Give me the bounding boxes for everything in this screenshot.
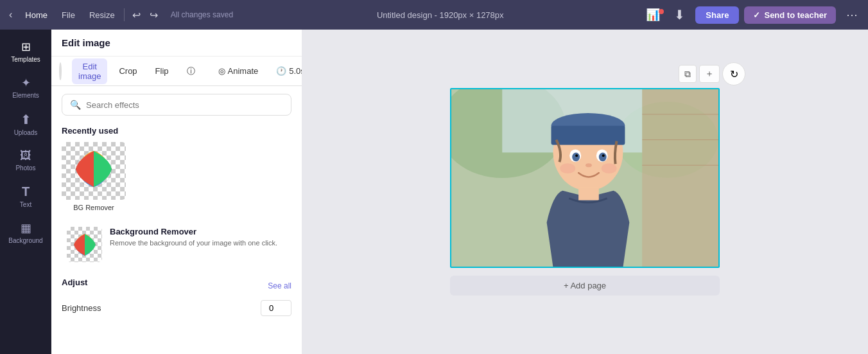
recently-used-section: Recently used BG Remover — [62, 126, 291, 211]
canvas-wrapper: ⧉ ＋ — [450, 88, 720, 296]
crop-button[interactable]: Crop — [112, 63, 143, 79]
brightness-label: Brightness — [62, 303, 101, 313]
panel-title: Edit image — [62, 37, 110, 48]
svg-rect-24 — [578, 188, 599, 200]
topbar-left: ‹ Home File Resize ↩ ↪ All changes saved — [5, 6, 238, 24]
download-button[interactable]: ⬇ — [669, 4, 690, 25]
bg-remover-list-item[interactable]: Background Remover Remove the background… — [62, 222, 291, 267]
bg-remover-description: Remove the background of your image with… — [110, 238, 277, 248]
svg-rect-14 — [551, 126, 625, 145]
clock-icon: 🕐 — [276, 66, 286, 76]
bg-remover-name: Background Remover — [110, 227, 277, 236]
canvas-image — [450, 88, 720, 268]
recently-used-label: Recently used — [62, 126, 291, 136]
panel-content: 🔍 Recently used — [51, 86, 302, 354]
search-box[interactable]: 🔍 — [62, 94, 291, 116]
adjust-label: Adjust — [62, 278, 87, 287]
notification-dot — [659, 9, 664, 14]
text-label: Text — [20, 201, 31, 208]
image-toolbar: Edit image Crop Flip ⓘ ◎ Animate 🕐 5.0s … — [51, 57, 302, 86]
animate-label: Animate — [228, 66, 259, 76]
flip-button[interactable]: Flip — [149, 63, 175, 79]
canvas-rotate-button[interactable]: ↻ — [722, 62, 745, 85]
search-icon: 🔍 — [70, 100, 81, 110]
uploads-label: Uploads — [14, 129, 38, 136]
resize-button[interactable]: Resize — [84, 8, 120, 22]
file-button[interactable]: File — [56, 8, 80, 22]
send-to-teacher-button[interactable]: ✓ Send to teacher — [744, 6, 836, 24]
see-all-link[interactable]: See all — [268, 281, 291, 290]
panel-header: Edit image — [51, 30, 302, 57]
autosave-status: All changes saved — [166, 8, 238, 22]
topbar-center: Untitled design - 1920px × 1278px — [242, 10, 638, 20]
elements-icon: ✦ — [21, 76, 31, 90]
brightness-input[interactable] — [261, 300, 291, 316]
divider — [124, 8, 125, 21]
duration-label: 5.0s — [289, 66, 302, 76]
edit-image-button[interactable]: Edit image — [72, 58, 107, 84]
uploads-icon: ⬆ — [21, 112, 31, 127]
elements-label: Elements — [12, 92, 39, 99]
svg-point-22 — [560, 163, 575, 173]
sidebar-item-templates[interactable]: ⊞ Templates — [3, 35, 48, 68]
background-icon: ▦ — [21, 221, 31, 235]
svg-point-21 — [586, 163, 592, 167]
canvas-area: ⧉ ＋ — [302, 30, 868, 354]
checkmark-icon: ✓ — [753, 10, 760, 20]
search-input[interactable] — [86, 100, 283, 110]
canvas-toolbar-top: ⧉ ＋ — [679, 65, 720, 83]
design-title: Untitled design - 1920px × 1278px — [377, 10, 504, 20]
child-portrait-svg — [451, 88, 718, 268]
redo-button[interactable]: ↪ — [146, 6, 162, 24]
photos-label: Photos — [15, 164, 35, 172]
share-button[interactable]: Share — [695, 6, 739, 24]
bg-remover-info: Background Remover Remove the background… — [110, 227, 277, 248]
topbar: ‹ Home File Resize ↩ ↪ All changes saved… — [0, 0, 868, 30]
animate-button[interactable]: ◎ Animate — [212, 63, 265, 79]
svg-point-20 — [602, 154, 605, 157]
back-button[interactable]: ‹ — [5, 6, 16, 23]
sidebar-item-text[interactable]: T Text — [3, 179, 48, 213]
main-layout: ⊞ Templates ✦ Elements ⬆ Uploads 🖼 Photo… — [0, 30, 868, 354]
background-label: Background — [8, 237, 42, 244]
canvas-copy-button[interactable]: ⧉ — [679, 65, 697, 83]
sidebar-item-photos[interactable]: 🖼 Photos — [3, 144, 48, 177]
bg-remover-mini-thumbnail — [67, 227, 102, 262]
home-button[interactable]: Home — [20, 8, 53, 22]
svg-rect-7 — [642, 89, 718, 267]
text-icon: T — [22, 184, 30, 199]
templates-label: Templates — [11, 56, 40, 63]
sidebar-item-uploads[interactable]: ⬆ Uploads — [3, 107, 48, 141]
beach-ball-svg — [74, 150, 113, 188]
animate-icon: ◎ — [218, 66, 225, 76]
photos-icon: 🖼 — [20, 149, 31, 163]
canvas-image-inner — [451, 89, 718, 267]
info-button[interactable]: ⓘ — [180, 62, 202, 80]
edit-panel: Edit image Edit image Crop Flip ⓘ ◎ Anim… — [51, 30, 302, 354]
svg-point-18 — [599, 152, 607, 161]
color-palette-button[interactable] — [59, 62, 62, 80]
bg-remover-thumbnail — [62, 142, 126, 200]
svg-point-23 — [602, 163, 617, 173]
bg-remover-thumb-card[interactable]: BG Remover — [62, 142, 126, 211]
left-sidebar: ⊞ Templates ✦ Elements ⬆ Uploads 🖼 Photo… — [0, 30, 51, 354]
duration-button[interactable]: 🕐 5.0s — [270, 63, 302, 79]
topbar-right: 📊 ⬇ Share ✓ Send to teacher ⋯ — [642, 4, 863, 25]
send-teacher-label: Send to teacher — [764, 10, 827, 20]
beach-ball-mini-svg — [73, 233, 96, 256]
adjust-header: Adjust See all — [62, 278, 291, 294]
more-options-button[interactable]: ⋯ — [841, 5, 863, 24]
analytics-button[interactable]: 📊 — [642, 5, 664, 24]
brightness-item: Brightness — [62, 300, 291, 316]
undo-button[interactable]: ↩ — [128, 6, 144, 24]
sidebar-item-elements[interactable]: ✦ Elements — [3, 71, 48, 104]
templates-icon: ⊞ — [21, 40, 31, 54]
undo-redo-group: ↩ ↪ — [128, 6, 162, 24]
add-page-button[interactable]: + Add page — [450, 276, 720, 296]
svg-point-17 — [572, 152, 580, 161]
bg-remover-card-label: BG Remover — [73, 204, 114, 211]
sidebar-item-background[interactable]: ▦ Background — [3, 216, 48, 249]
canvas-add-button[interactable]: ＋ — [699, 65, 720, 83]
svg-point-19 — [575, 154, 578, 157]
